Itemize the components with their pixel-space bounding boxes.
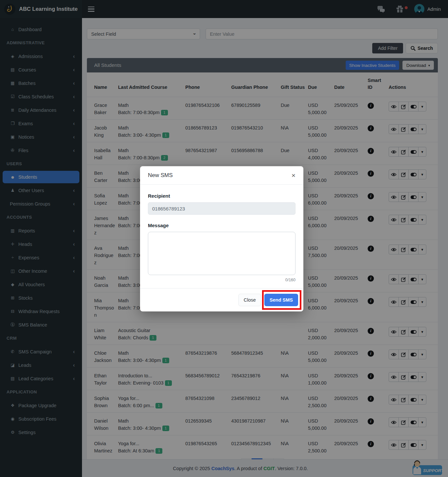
- recipient-input[interactable]: [148, 202, 295, 215]
- message-textarea[interactable]: [148, 232, 295, 275]
- new-sms-modal: New SMS × Recipient Message 0/160 Close …: [140, 166, 303, 311]
- send-sms-button[interactable]: Send SMS: [264, 294, 298, 306]
- modal-body: Recipient Message 0/160: [140, 185, 303, 284]
- modal-title: New SMS: [148, 172, 173, 179]
- message-label: Message: [148, 223, 295, 228]
- page: ABC Learning Institute: [0, 0, 448, 477]
- modal-header: New SMS ×: [140, 166, 303, 185]
- recipient-label: Recipient: [148, 193, 295, 199]
- close-button[interactable]: Close: [238, 294, 261, 306]
- char-counter: 0/160: [148, 278, 295, 282]
- close-icon[interactable]: ×: [292, 172, 295, 179]
- modal-footer: Close Send SMS: [140, 288, 303, 311]
